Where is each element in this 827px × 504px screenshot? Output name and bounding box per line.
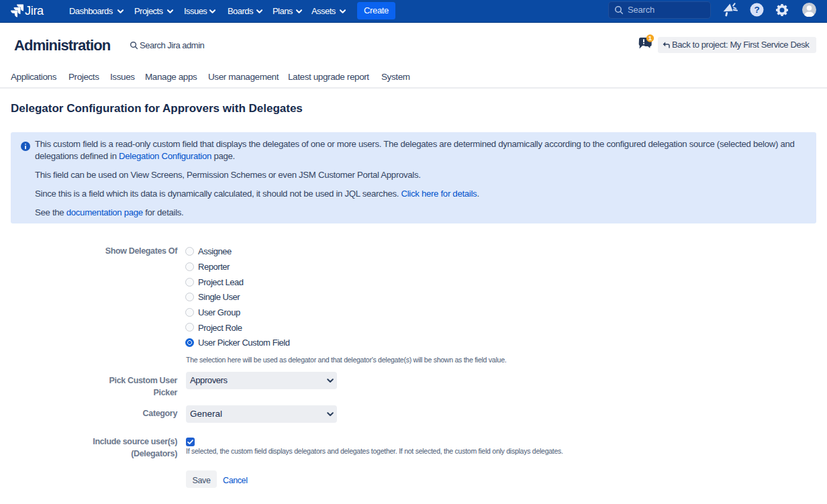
svg-text:1: 1 xyxy=(648,34,652,42)
svg-text:?: ? xyxy=(754,5,759,15)
